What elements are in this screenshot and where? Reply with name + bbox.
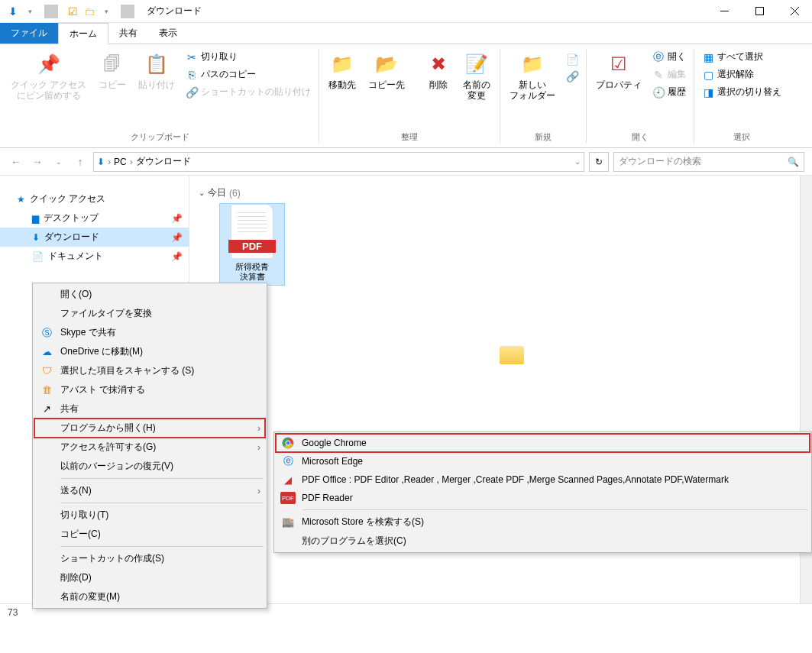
close-button[interactable] <box>777 0 812 23</box>
ctx-onedrive[interactable]: ☁OneDrive に移動(M) <box>34 342 265 361</box>
pdf-app-icon: ◢ <box>280 474 296 486</box>
ctx-ms-store[interactable]: 🏬Microsoft Store を検索する(S) <box>276 512 810 532</box>
store-icon: 🏬 <box>280 516 296 529</box>
copy-path-button[interactable]: ⎘パスのコピー <box>183 66 314 82</box>
ctx-app-pdf-reader[interactable]: PDFPDF Reader <box>276 489 810 507</box>
ctx-send-to[interactable]: 送る(N)› <box>34 481 265 500</box>
context-submenu-open-with: Google Chrome ⓔMicrosoft Edge ◢PDF Offic… <box>273 432 812 553</box>
down-arrow-icon: ⬇ <box>32 232 40 243</box>
group-header-today[interactable]: ⌄ 今日 (6) <box>199 186 803 199</box>
ribbon-group-open: ☑プロパティ ⓔ開く ✎編集 🕘履歴 開く <box>590 47 691 144</box>
shortcut-icon: 🔗 <box>186 86 198 99</box>
pin-quick-access-button[interactable]: 📌 クイック アクセス にピン留めする <box>6 49 91 105</box>
easy-access-icon: 🔗 <box>566 70 578 82</box>
ribbon-group-new: 📁新しい フォルダー 📄 🔗 新規 <box>503 47 583 144</box>
pdf-reader-icon: PDF <box>280 492 296 504</box>
new-folder-button[interactable]: 📁新しい フォルダー <box>505 49 560 105</box>
nav-back-button[interactable]: ← <box>8 156 24 168</box>
tab-file[interactable]: ファイル <box>0 23 58 44</box>
select-none-button[interactable]: ▢選択解除 <box>699 66 785 82</box>
ctx-copy[interactable]: コピー(C) <box>34 525 265 544</box>
chevron-right-icon: › <box>257 486 260 496</box>
breadcrumb-dropdown[interactable]: ⌄ <box>574 157 581 166</box>
tab-home[interactable]: ホーム <box>58 23 108 44</box>
new-item-button[interactable]: 📄 <box>563 52 581 67</box>
svg-rect-1 <box>755 8 763 15</box>
ctx-delete[interactable]: 削除(D) <box>34 568 265 587</box>
ctx-scan[interactable]: 🛡選択した項目をスキャンする (S) <box>34 361 265 380</box>
menu-tabs: ファイル ホーム 共有 表示 <box>0 23 812 44</box>
desktop-icon: ▆ <box>32 213 39 224</box>
chevron-down-icon: ⌄ <box>199 189 205 197</box>
properties-button[interactable]: ☑プロパティ <box>591 49 646 93</box>
ctx-rename[interactable]: 名前の変更(M) <box>34 587 265 606</box>
cloud-icon: ☁ <box>39 346 54 358</box>
maximize-button[interactable] <box>742 0 777 23</box>
ctx-skype[interactable]: ⓈSkype で共有 <box>34 323 265 342</box>
ctx-choose-other[interactable]: 別のプログラムを選択(C) <box>276 532 810 551</box>
folder-small-icon[interactable]: 🗀 <box>82 5 96 18</box>
sidebar-item-downloads[interactable]: ⬇ ダウンロード 📌 <box>0 228 189 247</box>
sidebar-item-quick-access[interactable]: ★ クイック アクセス <box>0 189 189 209</box>
item-count: 73 <box>8 607 18 618</box>
history-icon: 🕘 <box>652 86 665 99</box>
rename-button[interactable]: 📝名前の 変更 <box>458 49 495 105</box>
refresh-button[interactable]: ↻ <box>589 152 609 172</box>
easy-access-button[interactable]: 🔗 <box>563 69 581 84</box>
ctx-grant-access[interactable]: アクセスを許可する(G)› <box>34 438 265 457</box>
tab-view[interactable]: 表示 <box>148 23 188 44</box>
breadcrumb[interactable]: ⬇ › PC › ダウンロード ⌄ <box>93 152 584 172</box>
copy-to-button[interactable]: 📂コピー先 <box>364 49 409 93</box>
copy-button[interactable]: 🗐 コピー <box>94 49 131 93</box>
chevron-right-icon: › <box>257 442 260 453</box>
qat-dropdown-icon[interactable]: ▾ <box>23 5 37 18</box>
pin-icon: 📌 <box>37 52 61 76</box>
copy-folder-icon: 📂 <box>374 52 399 76</box>
search-icon: 🔍 <box>788 157 799 167</box>
minimize-button[interactable] <box>707 0 742 23</box>
search-input[interactable]: ダウンロードの検索 🔍 <box>613 152 804 172</box>
edit-button[interactable]: ✎編集 <box>649 66 689 82</box>
ctx-cut[interactable]: 切り取り(T) <box>34 506 265 525</box>
invert-selection-button[interactable]: ◨選択の切り替え <box>699 84 785 100</box>
nav-recent-button[interactable]: ⌄ <box>50 158 67 166</box>
sidebar-item-desktop[interactable]: ▆ デスクトップ 📌 <box>0 209 189 228</box>
address-bar-row: ← → ⌄ ↑ ⬇ › PC › ダウンロード ⌄ ↻ ダウンロードの検索 🔍 <box>0 148 812 176</box>
move-to-button[interactable]: 📁移動先 <box>324 49 361 93</box>
nav-up-button[interactable]: ↑ <box>72 156 89 168</box>
folder-item[interactable] <box>220 346 803 364</box>
delete-button[interactable]: ✖削除 <box>422 49 455 93</box>
ctx-share[interactable]: ↗共有 <box>34 399 265 419</box>
copy-icon: 🗐 <box>100 52 125 76</box>
paste-button[interactable]: 📋 貼り付け <box>134 49 180 93</box>
select-all-icon: ▦ <box>702 51 714 63</box>
nav-forward-button[interactable]: → <box>29 156 46 168</box>
ctx-avast[interactable]: 🗑アバスト で抹消する <box>34 380 265 399</box>
ctx-app-chrome[interactable]: Google Chrome <box>276 434 810 452</box>
ctx-app-edge[interactable]: ⓔMicrosoft Edge <box>276 452 810 470</box>
paste-shortcut-button[interactable]: 🔗ショートカットの貼り付け <box>183 84 314 100</box>
breadcrumb-downloads[interactable]: ダウンロード <box>136 155 191 168</box>
ctx-restore[interactable]: 以前のバージョンの復元(V) <box>34 457 265 476</box>
ctx-create-shortcut[interactable]: ショートカットの作成(S) <box>34 549 265 568</box>
open-button[interactable]: ⓔ開く <box>649 49 689 65</box>
open-icon: ⓔ <box>652 51 665 63</box>
down-arrow-icon[interactable]: ⬇ <box>6 5 20 18</box>
ctx-open-with[interactable]: プログラムから開く(H)› <box>34 419 265 438</box>
delete-icon: ✖ <box>426 52 451 76</box>
cut-button[interactable]: ✂切り取り <box>183 49 314 65</box>
qat-overflow-icon[interactable]: ▾ <box>99 5 113 18</box>
window-title: ダウンロード <box>147 5 202 18</box>
ctx-change-type[interactable]: ファイルタイプを変換 <box>34 304 265 323</box>
breadcrumb-pc[interactable]: PC <box>114 157 127 167</box>
select-all-button[interactable]: ▦すべて選択 <box>699 49 785 65</box>
chevron-right-icon: › <box>130 157 133 167</box>
history-button[interactable]: 🕘履歴 <box>649 84 689 100</box>
tab-share[interactable]: 共有 <box>108 23 148 44</box>
file-item-pdf[interactable]: 所得税青 決算書 <box>220 204 284 285</box>
sidebar-item-documents[interactable]: 📄 ドキュメント 📌 <box>0 247 189 266</box>
ctx-open[interactable]: 開く(O) <box>34 285 265 304</box>
ctx-app-pdf-office[interactable]: ◢PDF Office : PDF Editor ,Reader , Merge… <box>276 470 810 489</box>
checkbox-icon[interactable]: ☑ <box>66 5 79 18</box>
rename-icon: 📝 <box>464 52 489 76</box>
